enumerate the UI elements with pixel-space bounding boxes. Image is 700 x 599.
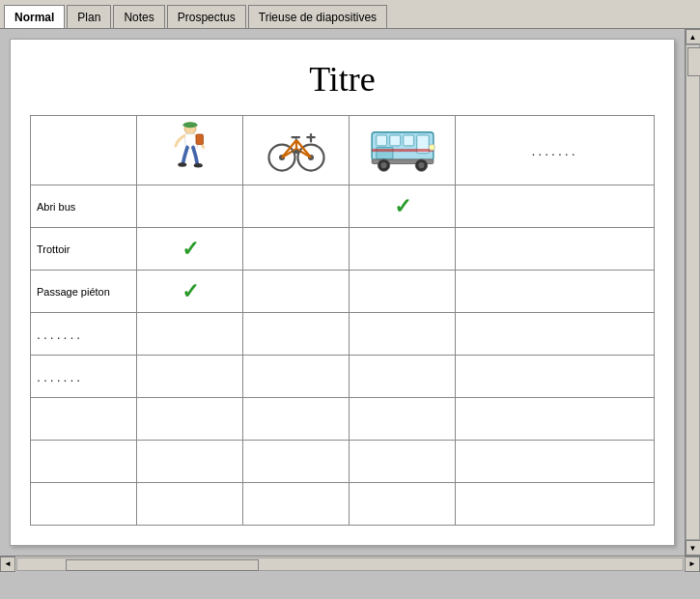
slide-table: ....... Abri bus ✓ Trottoir ✓	[30, 115, 655, 526]
svg-point-32	[418, 162, 424, 168]
row-label	[31, 441, 137, 483]
tab-bar: Normal Plan Notes Prospectus Trieuse de …	[0, 0, 700, 29]
svg-line-18	[295, 137, 296, 140]
table-row: Passage piéton ✓	[31, 271, 655, 313]
svg-rect-24	[403, 135, 413, 146]
row-check-2	[350, 228, 456, 271]
svg-point-30	[380, 162, 386, 168]
row-check-0: ✓	[137, 228, 243, 271]
slide-container: Titre	[0, 29, 685, 556]
h-scroll-thumb[interactable]	[66, 559, 259, 571]
tab-prospectus[interactable]: Prospectus	[167, 5, 246, 28]
row-check-2	[350, 313, 456, 356]
row-label: Trottoir	[31, 228, 137, 271]
right-scrollbar: ▲ ▼	[685, 29, 700, 556]
svg-rect-22	[376, 135, 386, 146]
row-check-3	[456, 356, 655, 398]
scroll-track[interactable]	[686, 44, 700, 540]
row-label: Abri bus	[31, 185, 137, 228]
header-col2	[243, 116, 350, 185]
header-col4: .......	[456, 116, 655, 185]
svg-rect-5	[196, 134, 204, 145]
table-row: .......	[31, 313, 655, 356]
scroll-down-button[interactable]: ▼	[686, 540, 701, 556]
row-check-1	[243, 356, 350, 398]
row-label	[31, 483, 137, 526]
scroll-left-button[interactable]: ◄	[0, 556, 15, 572]
header-col0	[31, 116, 137, 185]
row-check-0	[137, 313, 243, 356]
tab-plan[interactable]: Plan	[67, 5, 111, 28]
svg-point-3	[178, 162, 186, 167]
row-check-0: ✓	[137, 271, 243, 313]
table-row	[31, 441, 655, 483]
slide-panel: Titre	[10, 39, 675, 546]
row-check-2	[350, 356, 456, 398]
table-row: Abri bus ✓	[31, 185, 655, 228]
row-label: Passage piéton	[31, 271, 137, 313]
svg-rect-27	[372, 149, 434, 152]
header-col3	[350, 116, 456, 185]
scroll-up-button[interactable]: ▲	[686, 29, 701, 44]
bottom-scrollbar: ◄ ►	[0, 556, 700, 571]
row-check-1	[243, 185, 350, 228]
row-check-3	[456, 228, 655, 271]
row-check-0	[137, 185, 243, 228]
row-check-1	[243, 271, 350, 313]
row-check-2	[350, 271, 456, 313]
row-check-0	[137, 356, 243, 398]
table-row: Trottoir ✓	[31, 228, 655, 271]
table-row: .......	[31, 356, 655, 398]
row-check-3	[456, 185, 655, 228]
svg-point-4	[193, 163, 202, 168]
row-check-3	[456, 271, 655, 313]
bicycle-icon	[263, 120, 330, 178]
svg-point-33	[429, 144, 434, 150]
table-row	[31, 483, 655, 526]
main-area: Titre	[0, 29, 700, 556]
person-icon	[156, 120, 224, 178]
tab-normal[interactable]: Normal	[4, 5, 65, 28]
svg-rect-23	[389, 135, 400, 146]
row-check-1	[243, 313, 350, 356]
row-check-1	[243, 228, 350, 271]
row-check-3	[456, 313, 655, 356]
row-label: .......	[31, 313, 137, 356]
row-label	[31, 398, 137, 441]
h-scroll-track[interactable]	[16, 557, 684, 571]
scroll-thumb[interactable]	[687, 47, 700, 76]
svg-rect-2	[184, 123, 196, 127]
header-col1	[137, 116, 243, 185]
tab-trieuse[interactable]: Trieuse de diapositives	[248, 5, 387, 28]
row-check-2: ✓	[350, 185, 456, 228]
scroll-right-button[interactable]: ►	[685, 556, 700, 572]
tab-notes[interactable]: Notes	[113, 5, 164, 28]
table-row	[31, 398, 655, 441]
row-label: .......	[31, 356, 137, 398]
bus-icon	[369, 120, 436, 178]
slide-title: Titre	[30, 59, 655, 100]
table-header-row: .......	[31, 116, 655, 185]
